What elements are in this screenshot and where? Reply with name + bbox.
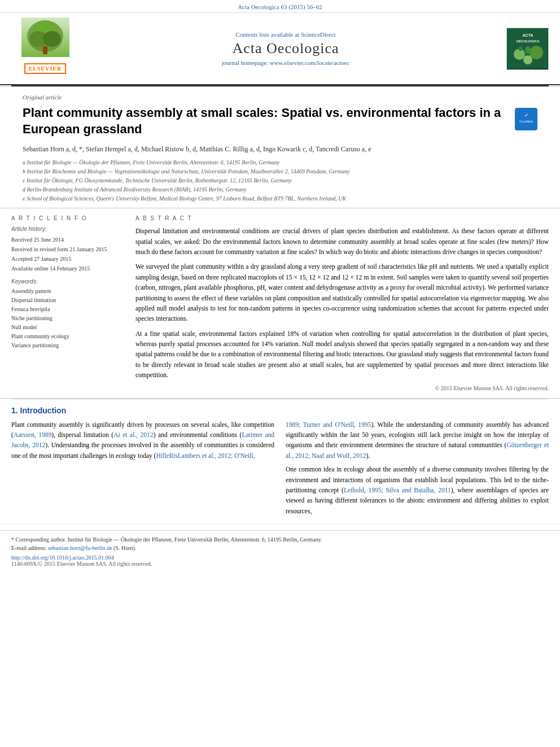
received-revised-date: Received in revised form 21 January 2015 bbox=[11, 245, 124, 254]
intro-para-right-1: 1989; Turner and O'Neill, 1995). While t… bbox=[286, 420, 549, 461]
elsevier-logo: ELSEVIER bbox=[24, 63, 67, 74]
svg-point-10 bbox=[523, 55, 532, 64]
svg-point-3 bbox=[43, 31, 61, 47]
abstract-para-3: At a fine spatial scale, environmental f… bbox=[135, 329, 549, 381]
article-type: Original article bbox=[0, 86, 560, 103]
keyword-3: Festuca brevipila bbox=[11, 305, 124, 314]
ref-aarssen: Aarssen, 1989 bbox=[14, 431, 51, 438]
introduction-title: Introduction bbox=[20, 406, 67, 415]
svg-text:✓: ✓ bbox=[524, 113, 528, 118]
introduction-section: 1. Introduction Plant community assembly… bbox=[0, 399, 560, 525]
footnote-text: * Corresponding author. Institut für Bio… bbox=[11, 535, 549, 544]
article-info-heading: A R T I C L E I N F O bbox=[11, 215, 124, 221]
sciencedirect-link[interactable]: ScienceDirect bbox=[301, 31, 336, 38]
introduction-columns: Plant community assembly is significantl… bbox=[11, 420, 549, 520]
elsevier-logo-box: ELSEVIER bbox=[21, 57, 69, 80]
affiliation-d: d Berlin-Brandenburg Institute of Advanc… bbox=[23, 185, 537, 194]
intro-right-column: 1989; Turner and O'Neill, 1995). While t… bbox=[286, 420, 549, 520]
accepted-date: Accepted 27 January 2015 bbox=[11, 255, 124, 263]
abstract-heading: A B S T R A C T bbox=[135, 215, 549, 221]
svg-point-9 bbox=[530, 46, 543, 59]
svg-point-11 bbox=[518, 46, 523, 51]
journal-homepage: journal homepage: www.elsevier.com/locat… bbox=[79, 59, 492, 66]
affiliation-c: c Institut für Ökologie, FG Ökosystemkun… bbox=[23, 176, 537, 185]
article-title: Plant community assembly at small scales… bbox=[23, 105, 509, 137]
journal-title: Acta Oecologica bbox=[79, 40, 492, 57]
svg-text:OECOLOGICA: OECOLOGICA bbox=[516, 40, 540, 43]
homepage-link[interactable]: www.elsevier.com/locate/actoec bbox=[270, 59, 350, 66]
intro-body-left: Plant community assembly is significantl… bbox=[11, 420, 274, 461]
svg-rect-4 bbox=[43, 46, 47, 54]
intro-para-left-1: Plant community assembly is significantl… bbox=[11, 420, 274, 461]
ref-gotzenberger: Götzenberger et al., 2012; Naaf and Wulf… bbox=[286, 442, 549, 458]
keywords-list: Assembly pattern Dispersal limitation Fe… bbox=[11, 287, 124, 350]
article-title-section: Plant community assembly at small scales… bbox=[0, 103, 560, 142]
crossmark-badge[interactable]: ✓ CrossMark bbox=[515, 108, 537, 130]
doi-link[interactable]: http://dx.doi.org/10.1016/j.actao.2015.0… bbox=[11, 554, 549, 561]
keyword-4: Niche partitioning bbox=[11, 314, 124, 323]
received-date: Received 25 June 2014 bbox=[11, 235, 124, 244]
affiliation-a: a Institut für Biologie — Ökologie der P… bbox=[23, 158, 537, 167]
svg-point-12 bbox=[525, 46, 531, 54]
keywords-label: Keywords: bbox=[11, 278, 124, 285]
journal-left-logo: ELSEVIER bbox=[11, 18, 79, 80]
keyword-7: Variance partitioning bbox=[11, 341, 124, 350]
sciencedirect-info: Contents lists available at ScienceDirec… bbox=[79, 31, 492, 38]
intro-body-right: 1989; Turner and O'Neill, 1995). While t… bbox=[286, 420, 549, 517]
journal-header-center: Contents lists available at ScienceDirec… bbox=[79, 31, 492, 66]
section-title: 1. Introduction bbox=[11, 406, 549, 415]
issn-text: 1146-609X/© 2015 Elsevier Masson SAS. Al… bbox=[11, 561, 549, 567]
intro-left-column: Plant community assembly is significantl… bbox=[11, 420, 274, 520]
keyword-2: Dispersal limitation bbox=[11, 296, 124, 305]
abstract-column: A B S T R A C T Dispersal limitation and… bbox=[135, 215, 549, 391]
svg-rect-13 bbox=[515, 108, 537, 130]
abstract-para-2: We surveyed the plant community within a… bbox=[135, 261, 549, 324]
page-footer: * Corresponding author. Institut für Bio… bbox=[0, 530, 560, 571]
journal-tree-image bbox=[21, 18, 69, 57]
affiliation-b: b Institut für Biochemie und Biologie — … bbox=[23, 167, 537, 176]
svg-text:ACTA: ACTA bbox=[522, 33, 533, 37]
ref-ai: Ai et al., 2012 bbox=[113, 431, 154, 438]
affiliation-e: e School of Biological Sciences, Queen's… bbox=[23, 194, 537, 203]
footnote-content: * Corresponding author. Institut für Bio… bbox=[11, 536, 322, 543]
authors-section: Sebastian Horn a, d, *, Stefan Hempel a,… bbox=[0, 142, 560, 156]
ref-hillerislambers: HilleRisLambers et al., 2012; O'Neill, bbox=[156, 452, 255, 459]
journal-header: ELSEVIER Contents lists available at Sci… bbox=[0, 13, 560, 85]
acta-logo: ACTA OECOLOGICA bbox=[506, 28, 549, 70]
article-history-label: Article history: bbox=[11, 226, 124, 232]
copyright-line: © 2015 Elsevier Masson SAS. All rights r… bbox=[135, 385, 549, 391]
keyword-6: Plant community ecology bbox=[11, 332, 124, 341]
svg-text:CrossMark: CrossMark bbox=[519, 120, 533, 123]
ref-1989: 1989; Turner and O'Neill, 1995 bbox=[286, 421, 371, 428]
keyword-1: Assembly pattern bbox=[11, 287, 124, 296]
email-footnote: E-mail address: sebastian.horn@fu-berlin… bbox=[11, 544, 549, 552]
affiliations-section: a Institut für Biologie — Ökologie der P… bbox=[0, 156, 560, 208]
abstract-para-1: Dispersal limitation and environmental c… bbox=[135, 226, 549, 257]
journal-volume-info: Acta Oecologica 63 (2015) 56–62 bbox=[238, 3, 322, 10]
keyword-5: Null model bbox=[11, 323, 124, 332]
abstract-text: Dispersal limitation and environmental c… bbox=[135, 226, 549, 380]
journal-top-bar: Acta Oecologica 63 (2015) 56–62 bbox=[0, 0, 560, 13]
journal-right-logo: ACTA OECOLOGICA bbox=[492, 28, 549, 70]
available-date: Available online 14 February 2015 bbox=[11, 264, 124, 273]
ref-leibold: Leibold, 1995; Silva and Batalha, 2011 bbox=[344, 487, 451, 493]
intro-para-right-2: One common idea in ecology about the ass… bbox=[286, 464, 549, 516]
article-info-abstract: A R T I C L E I N F O Article history: R… bbox=[0, 208, 560, 398]
email-link[interactable]: sebastian.horn@fu-berlin.de bbox=[48, 545, 112, 551]
section-number: 1. bbox=[11, 406, 18, 415]
article-info-column: A R T I C L E I N F O Article history: R… bbox=[11, 215, 124, 391]
